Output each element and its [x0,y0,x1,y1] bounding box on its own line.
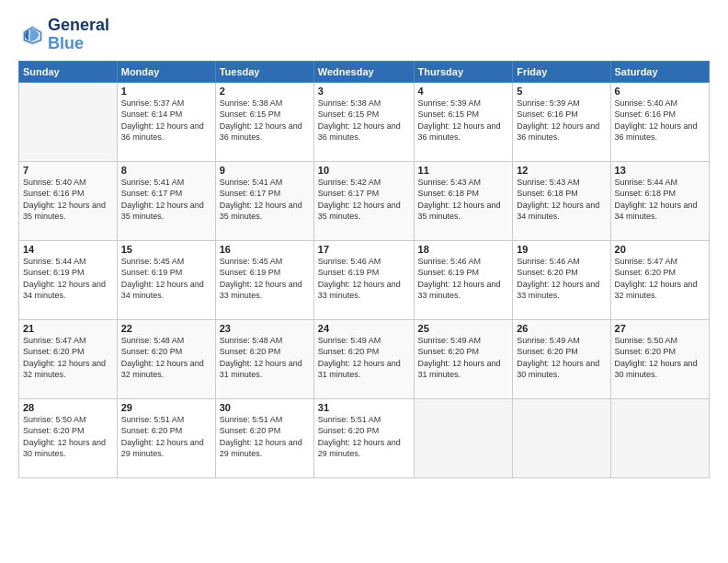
day-info: Sunrise: 5:41 AM Sunset: 6:17 PM Dayligh… [220,177,310,223]
day-number: 3 [318,86,410,97]
calendar-day-cell: 8Sunrise: 5:41 AM Sunset: 6:17 PM Daylig… [117,161,215,240]
day-number: 20 [615,244,705,255]
day-number: 24 [318,323,410,334]
calendar-day-cell: 10Sunrise: 5:42 AM Sunset: 6:17 PM Dayli… [313,161,414,240]
day-info: Sunrise: 5:43 AM Sunset: 6:18 PM Dayligh… [418,177,509,223]
day-info: Sunrise: 5:49 AM Sunset: 6:20 PM Dayligh… [318,335,410,381]
day-number: 1 [121,86,211,97]
day-info: Sunrise: 5:49 AM Sunset: 6:20 PM Dayligh… [517,335,606,381]
day-number: 29 [121,402,211,413]
logo-line2: Blue [48,35,109,53]
calendar-day-cell: 31Sunrise: 5:51 AM Sunset: 6:20 PM Dayli… [313,398,414,477]
day-number: 27 [615,323,705,334]
calendar-header-row: SundayMondayTuesdayWednesdayThursdayFrid… [19,61,710,82]
day-info: Sunrise: 5:40 AM Sunset: 6:16 PM Dayligh… [23,177,113,223]
day-info: Sunrise: 5:51 AM Sunset: 6:20 PM Dayligh… [220,414,310,460]
day-info: Sunrise: 5:46 AM Sunset: 6:20 PM Dayligh… [517,256,606,302]
calendar-day-cell [19,82,118,161]
day-number: 11 [418,165,509,176]
day-info: Sunrise: 5:39 AM Sunset: 6:15 PM Dayligh… [418,98,509,144]
calendar-day-cell: 26Sunrise: 5:49 AM Sunset: 6:20 PM Dayli… [513,319,610,398]
calendar-day-cell: 5Sunrise: 5:39 AM Sunset: 6:16 PM Daylig… [513,82,610,161]
day-info: Sunrise: 5:47 AM Sunset: 6:20 PM Dayligh… [615,256,705,302]
calendar-day-cell: 29Sunrise: 5:51 AM Sunset: 6:20 PM Dayli… [117,398,215,477]
logo-icon [18,22,44,48]
day-number: 21 [23,323,113,334]
day-number: 7 [23,165,113,176]
calendar-day-cell: 7Sunrise: 5:40 AM Sunset: 6:16 PM Daylig… [19,161,118,240]
day-number: 31 [318,402,410,413]
day-info: Sunrise: 5:48 AM Sunset: 6:20 PM Dayligh… [121,335,211,381]
day-number: 18 [418,244,509,255]
calendar-day-cell: 28Sunrise: 5:50 AM Sunset: 6:20 PM Dayli… [19,398,118,477]
calendar-day-cell: 24Sunrise: 5:49 AM Sunset: 6:20 PM Dayli… [313,319,414,398]
calendar-header-cell: Tuesday [215,61,313,82]
day-number: 22 [121,323,211,334]
calendar-header-cell: Wednesday [313,61,414,82]
day-info: Sunrise: 5:46 AM Sunset: 6:19 PM Dayligh… [318,256,410,302]
day-info: Sunrise: 5:50 AM Sunset: 6:20 PM Dayligh… [615,335,705,381]
day-info: Sunrise: 5:51 AM Sunset: 6:20 PM Dayligh… [121,414,211,460]
calendar-body: 1Sunrise: 5:37 AM Sunset: 6:14 PM Daylig… [19,82,710,477]
calendar-header-cell: Monday [117,61,215,82]
day-number: 19 [517,244,606,255]
day-info: Sunrise: 5:43 AM Sunset: 6:18 PM Dayligh… [517,177,606,223]
day-info: Sunrise: 5:42 AM Sunset: 6:17 PM Dayligh… [318,177,410,223]
day-info: Sunrise: 5:38 AM Sunset: 6:15 PM Dayligh… [220,98,310,144]
day-info: Sunrise: 5:45 AM Sunset: 6:19 PM Dayligh… [220,256,310,302]
page: General Blue SundayMondayTuesdayWednesda… [0,0,728,563]
day-number: 6 [615,86,705,97]
calendar-week-row: 14Sunrise: 5:44 AM Sunset: 6:19 PM Dayli… [19,240,710,319]
calendar-day-cell: 19Sunrise: 5:46 AM Sunset: 6:20 PM Dayli… [513,240,610,319]
calendar-day-cell: 12Sunrise: 5:43 AM Sunset: 6:18 PM Dayli… [513,161,610,240]
calendar-week-row: 21Sunrise: 5:47 AM Sunset: 6:20 PM Dayli… [19,319,710,398]
day-number: 5 [517,86,606,97]
calendar-week-row: 28Sunrise: 5:50 AM Sunset: 6:20 PM Dayli… [19,398,710,477]
calendar-day-cell: 18Sunrise: 5:46 AM Sunset: 6:19 PM Dayli… [414,240,513,319]
day-number: 30 [220,402,310,413]
calendar-day-cell: 23Sunrise: 5:48 AM Sunset: 6:20 PM Dayli… [215,319,313,398]
day-number: 14 [23,244,113,255]
logo: General Blue [18,17,109,53]
calendar-week-row: 7Sunrise: 5:40 AM Sunset: 6:16 PM Daylig… [19,161,710,240]
calendar-day-cell: 9Sunrise: 5:41 AM Sunset: 6:17 PM Daylig… [215,161,313,240]
day-info: Sunrise: 5:39 AM Sunset: 6:16 PM Dayligh… [517,98,606,144]
calendar-day-cell [610,398,709,477]
calendar-day-cell: 21Sunrise: 5:47 AM Sunset: 6:20 PM Dayli… [19,319,118,398]
day-number: 8 [121,165,211,176]
calendar-header-cell: Friday [513,61,610,82]
header: General Blue [18,17,710,53]
day-number: 23 [220,323,310,334]
day-number: 16 [220,244,310,255]
calendar-header-cell: Thursday [414,61,513,82]
calendar-day-cell [513,398,610,477]
calendar-day-cell: 14Sunrise: 5:44 AM Sunset: 6:19 PM Dayli… [19,240,118,319]
day-info: Sunrise: 5:47 AM Sunset: 6:20 PM Dayligh… [23,335,113,381]
calendar-table: SundayMondayTuesdayWednesdayThursdayFrid… [18,61,710,478]
day-number: 2 [220,86,310,97]
day-info: Sunrise: 5:44 AM Sunset: 6:19 PM Dayligh… [23,256,113,302]
day-number: 9 [220,165,310,176]
calendar-day-cell: 2Sunrise: 5:38 AM Sunset: 6:15 PM Daylig… [215,82,313,161]
calendar-day-cell: 17Sunrise: 5:46 AM Sunset: 6:19 PM Dayli… [313,240,414,319]
day-info: Sunrise: 5:45 AM Sunset: 6:19 PM Dayligh… [121,256,211,302]
calendar-day-cell: 13Sunrise: 5:44 AM Sunset: 6:18 PM Dayli… [610,161,709,240]
calendar-day-cell: 20Sunrise: 5:47 AM Sunset: 6:20 PM Dayli… [610,240,709,319]
day-info: Sunrise: 5:38 AM Sunset: 6:15 PM Dayligh… [318,98,410,144]
day-info: Sunrise: 5:49 AM Sunset: 6:20 PM Dayligh… [418,335,509,381]
calendar-day-cell: 1Sunrise: 5:37 AM Sunset: 6:14 PM Daylig… [117,82,215,161]
calendar-day-cell: 22Sunrise: 5:48 AM Sunset: 6:20 PM Dayli… [117,319,215,398]
day-number: 26 [517,323,606,334]
calendar-header-cell: Sunday [19,61,118,82]
calendar-day-cell: 4Sunrise: 5:39 AM Sunset: 6:15 PM Daylig… [414,82,513,161]
calendar-day-cell: 30Sunrise: 5:51 AM Sunset: 6:20 PM Dayli… [215,398,313,477]
calendar-day-cell: 16Sunrise: 5:45 AM Sunset: 6:19 PM Dayli… [215,240,313,319]
day-number: 25 [418,323,509,334]
logo-line1: General [48,17,109,35]
day-number: 28 [23,402,113,413]
day-info: Sunrise: 5:41 AM Sunset: 6:17 PM Dayligh… [121,177,211,223]
calendar-day-cell: 3Sunrise: 5:38 AM Sunset: 6:15 PM Daylig… [313,82,414,161]
calendar-day-cell: 11Sunrise: 5:43 AM Sunset: 6:18 PM Dayli… [414,161,513,240]
day-number: 15 [121,244,211,255]
day-number: 13 [615,165,705,176]
